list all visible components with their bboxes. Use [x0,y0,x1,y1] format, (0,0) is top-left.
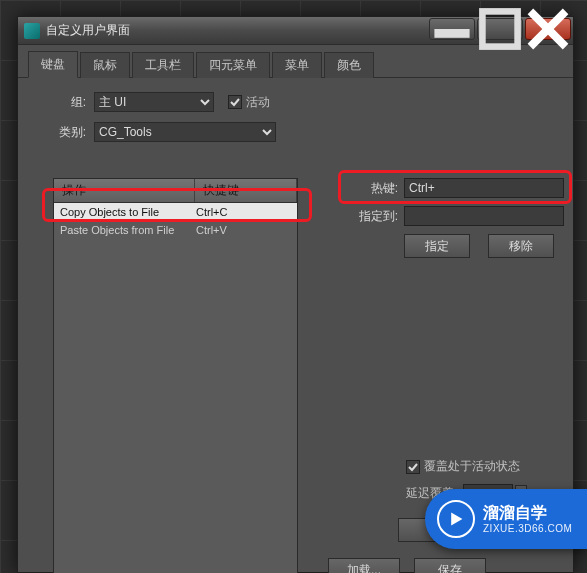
maximize-icon [478,7,522,51]
list-header: 操作 快捷键 [54,179,297,203]
svg-marker-4 [451,513,462,526]
tab-strip: 键盘 鼠标 工具栏 四元菜单 菜单 颜色 [18,51,573,78]
cell-action: Paste Objects from File [54,224,190,236]
category-row: 类别: CG_Tools [36,122,555,142]
tab-mouse[interactable]: 鼠标 [80,52,130,78]
cell-action: Copy Objects to File [54,206,190,218]
col-action-header[interactable]: 操作 [54,179,195,202]
window-title: 自定义用户界面 [46,22,429,39]
override-label: 覆盖处于活动状态 [424,458,520,475]
list-row[interactable]: Copy Objects to File Ctrl+C [54,203,297,221]
assignto-label: 指定到: [344,208,398,225]
app-icon [24,23,40,39]
assignto-row: 指定到: [344,206,564,226]
cell-key: Ctrl+V [190,224,297,236]
tab-menu[interactable]: 菜单 [272,52,322,78]
watermark-bubble[interactable]: 溜溜自学 ZIXUE.3D66.COM [425,489,587,549]
hotkey-row: 热键: Ctrl+ [344,178,564,198]
col-key-header[interactable]: 快捷键 [195,179,297,202]
hotkey-block: 热键: Ctrl+ 指定到: 指定 移除 [344,178,564,258]
group-label: 组: [36,94,86,111]
group-row: 组: 主 UI 活动 [36,92,555,112]
assign-remove-row: 指定 移除 [404,234,564,258]
play-icon [437,500,475,538]
group-select[interactable]: 主 UI [94,92,214,112]
hotkey-label: 热键: [344,180,398,197]
titlebar: 自定义用户界面 [18,17,573,45]
bubble-subtitle: ZIXUE.3D66.COM [483,523,572,535]
override-row: 覆盖处于活动状态 [406,458,520,475]
remove-button[interactable]: 移除 [488,234,554,258]
close-icon [526,7,570,51]
svg-rect-0 [434,29,469,38]
close-button[interactable] [525,18,571,40]
save-button[interactable]: 保存 [414,558,486,573]
tab-toolbar[interactable]: 工具栏 [132,52,194,78]
bubble-text: 溜溜自学 ZIXUE.3D66.COM [483,503,572,534]
maximize-button[interactable] [477,18,523,40]
tab-quad[interactable]: 四元菜单 [196,52,270,78]
list-row[interactable]: Paste Objects from File Ctrl+V [54,221,297,239]
footer-buttons: 加载... 保存 [328,558,486,573]
hotkey-input[interactable]: Ctrl+ [404,178,564,198]
category-label: 类别: [36,124,86,141]
assign-button[interactable]: 指定 [404,234,470,258]
minimize-icon [430,7,474,51]
svg-rect-1 [482,11,517,46]
bubble-title: 溜溜自学 [483,503,572,522]
category-select[interactable]: CG_Tools [94,122,276,142]
tab-keyboard[interactable]: 键盘 [28,51,78,78]
action-list[interactable]: 操作 快捷键 Copy Objects to File Ctrl+C Paste… [53,178,298,573]
minimize-button[interactable] [429,18,475,40]
check-icon [230,97,240,107]
load-button[interactable]: 加载... [328,558,400,573]
cell-key: Ctrl+C [190,206,297,218]
list-body: Copy Objects to File Ctrl+C Paste Object… [54,203,297,239]
active-label: 活动 [246,94,270,111]
assignto-input[interactable] [404,206,564,226]
window-buttons [429,17,573,44]
check-icon [408,462,418,472]
active-checkbox[interactable] [228,95,242,109]
tab-color[interactable]: 颜色 [324,52,374,78]
override-checkbox[interactable] [406,460,420,474]
